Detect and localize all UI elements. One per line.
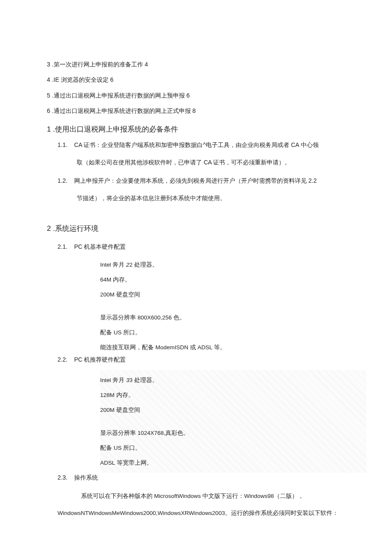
section-1-heading: 1 .使用出口退税网上申报系统的必备条件: [47, 124, 349, 135]
section-2-1: 2.1. PC 机基本硬件配置: [58, 242, 349, 251]
recommended-hw-list: Intel 奔月 33 处理器。 128M 内存。 200M 硬盘空间 显示器分…: [100, 370, 366, 473]
basic-hw-net: 能连接互联网，配备 ModemISDN 或 ADSL 等。: [100, 340, 349, 355]
section-1-2-cont: 节描述），将企业的基本信息注册到本系统中才能使用。: [77, 191, 349, 206]
basic-hw-display: 显示器分辨率 800X600,256 色。: [100, 310, 349, 325]
section-1-1: 1.1. CA 证书：企业登陆客户端系统和加密申报数据白^电子工具，由企业向税务…: [58, 140, 349, 150]
rec-cpu-post: 3 处理器。: [130, 377, 158, 383]
basic-hw-ram: 64M 内存。: [100, 272, 349, 287]
section-2-1-title: PC 机基本硬件配置: [74, 243, 126, 250]
rec-hw-ram: 128M 内存。: [100, 388, 366, 403]
toc-item-4: 4 .IE 浏览器的安全设定 6: [47, 75, 349, 84]
section-2-3-label: 2.3.: [58, 474, 67, 481]
section-2-2-title: PC 机推荐硬件配置: [74, 356, 126, 363]
toc-item-3: 3 .第一次进行网上申报前的准备工作 4: [47, 60, 349, 69]
basic-hw-list: Intel 奔月 22 处理器。 64M 内存。 200M 硬盘空间 显示器分辨…: [100, 257, 349, 355]
section-2-2-label: 2.2.: [58, 356, 67, 363]
rec-hw-port: 配备 US 所口。: [100, 440, 366, 455]
section-2-3: 2.3. 操作系统: [58, 473, 349, 482]
os-text-2: WindowsNTWindowsMeWindows2000,WindowsXRW…: [58, 508, 349, 519]
rec-hw-net: ADSL 等宽带上网。: [100, 455, 366, 470]
section-1-2-text: 网上申报开户：企业要使用本系统，必须先到税务局进行开户（开户时需携带的资料详见 …: [74, 177, 317, 184]
section-2-heading: 2 .系统运行环境: [47, 223, 349, 234]
basic-hw-port: 配备 US 所口。: [100, 325, 349, 340]
section-1-2: 1.2. 网上申报开户：企业要使用本系统，必须先到税务局进行开户（开户时需携带的…: [58, 176, 349, 185]
rec-hw-display: 显示器分辨率 1024X768,真彩色。: [100, 426, 366, 440]
section-1-1-cont: 取（如果公司在使用其他涉税软件时，已申请了 CA 证书，可不必须重新申请）。: [77, 155, 349, 170]
rec-cpu-pre: Intel 奔月: [100, 377, 126, 383]
section-2-1-label: 2.1.: [58, 243, 67, 250]
section-1-1-label: 1.1.: [58, 141, 67, 148]
rec-cpu-num: 3: [126, 377, 130, 383]
basic-hw-disk: 200M 硬盘空间: [100, 287, 349, 302]
rec-hw-disk: 200M 硬盘空间: [100, 403, 366, 417]
section-2-2: 2.2. PC 机推荐硬件配置: [58, 355, 349, 364]
basic-hw-cpu: Intel 奔月 22 处理器。: [100, 257, 349, 272]
toc-item-5: 5 .通过出口退税网上申报系统进行数据的网上预申报 6: [47, 91, 349, 100]
section-1-2-label: 1.2.: [58, 177, 67, 184]
section-2-3-title: 操作系统: [74, 474, 98, 481]
os-text-1: 系统可以在下列各种版本的 MicrosoftWindows 中文版下运行：Win…: [81, 491, 349, 502]
cpu-pre: Intel 奔月: [100, 262, 126, 268]
rec-hw-cpu: Intel 奔月 33 处理器。: [100, 373, 366, 388]
toc-item-6: 6 .通过出口退税网上申报系统进行数据的网上正式申报 8: [47, 106, 349, 115]
section-1-1-text: CA 证书：企业登陆客户端系统和加密申报数据白^电子工具，由企业向税务局或者 C…: [74, 141, 319, 148]
cpu-post: 2 处理器。: [130, 262, 158, 268]
cpu-num: 2: [126, 262, 130, 268]
